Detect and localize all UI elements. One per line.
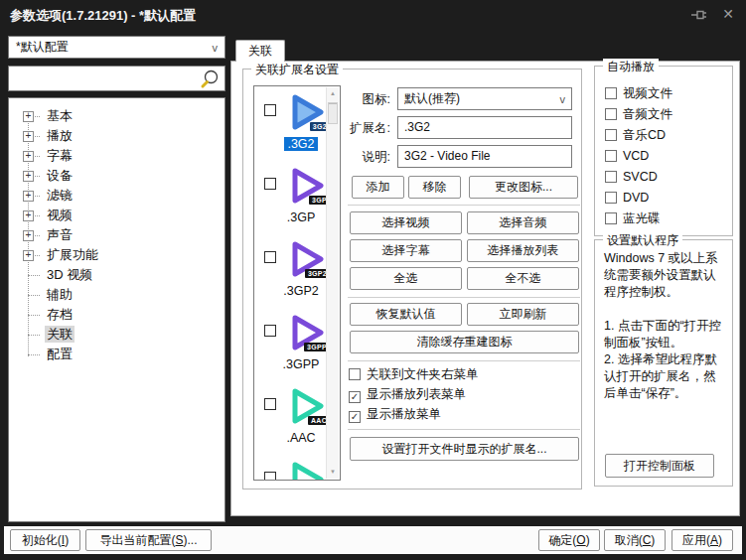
tree-item-config[interactable]: 配置 [9,345,224,364]
extension-item-3gp2[interactable]: 3GP2 .3GP2 [254,237,326,311]
default-program-group: 设置默认程序 Windows 7 或以上系统需要额外设置默认程序控制权。 1. … [594,239,733,487]
ok-button[interactable]: 确定(O) [538,529,600,551]
checkbox[interactable] [605,212,617,224]
checkbox[interactable]: ✓ [349,391,361,403]
tree-item-association[interactable]: 关联 [9,325,224,345]
tree-item-video[interactable]: +视频 [9,206,224,225]
cancel-button[interactable]: 取消(C) [604,529,666,551]
group-title: 关联扩展名设置 [251,62,343,78]
restore-default-button[interactable]: 恢复默认值 [350,303,462,326]
autoplay-vcd-checkbox[interactable]: VCD [605,149,649,165]
select-subtitle-button[interactable]: 选择字幕 [350,239,462,262]
description-input[interactable]: 3G2 - Video File [397,145,572,168]
expand-icon[interactable]: + [23,250,34,261]
play-file-icon: AAC [284,384,328,428]
autoplay-svcd-checkbox[interactable]: SVCD [605,170,658,186]
footer-bar: 初始化(I) 导出当前配置(S)... 确定(O) 取消(C) 应用(A) [4,526,742,554]
tree-item-storage[interactable]: 存档 [9,305,224,325]
tree-item-device[interactable]: +设备 [9,166,224,186]
extension-item-partial[interactable] [254,458,326,481]
apply-button[interactable]: 应用(A) [671,529,733,551]
extension-checkbox[interactable] [264,398,276,410]
select-video-button[interactable]: 选择视频 [350,211,462,234]
list-scrollbar[interactable]: ▲ ▼ [326,87,339,479]
checkbox[interactable] [605,150,617,162]
checkbox[interactable] [349,368,361,380]
expand-icon[interactable]: + [23,191,34,202]
autoplay-video-checkbox[interactable]: 视频文件 [605,86,672,102]
autoplay-musiccd-checkbox[interactable]: 音乐CD [605,128,666,144]
tree-item-subtitles[interactable]: +字幕 [9,146,224,166]
icon-select[interactable]: 默认(推荐) v [397,87,572,110]
extname-input[interactable]: .3G2 [397,116,572,139]
scroll-down-icon[interactable]: ▼ [327,466,339,479]
expand-icon[interactable]: + [23,171,34,182]
window-title: 参数选项(1.7.21291) - *默认配置 [10,7,196,25]
show-play-menu-checkbox[interactable]: ✓显示播放菜单 [349,407,441,423]
expand-icon[interactable]: + [23,151,34,162]
tree-item-3d-video[interactable]: 3D 视频 [9,265,224,285]
autoplay-audio-checkbox[interactable]: 音频文件 [605,107,672,123]
tree-item-filters[interactable]: +滤镜 [9,186,224,206]
play-file-icon: 3GP2 [284,237,328,281]
extension-checkbox[interactable] [264,104,276,116]
tree-item-audio[interactable]: +声音 [9,225,224,245]
autoplay-dvd-checkbox[interactable]: DVD [605,191,649,207]
checkbox[interactable]: ✓ [349,411,361,423]
initialize-button[interactable]: 初始化(I) [10,529,80,551]
tree-item-basic[interactable]: +基本 [9,106,224,126]
show-playlist-menu-checkbox[interactable]: ✓显示播放列表菜单 [349,387,466,403]
checkbox[interactable] [605,171,617,183]
extension-label: .3GP [276,210,326,224]
profile-select[interactable]: *默认配置 v [8,36,225,59]
divider [348,205,580,206]
select-all-button[interactable]: 全选 [350,267,462,290]
tab-association[interactable]: 关联 [235,40,285,62]
pin-icon[interactable] [690,8,708,22]
checkbox[interactable] [605,129,617,141]
expand-icon[interactable]: + [23,230,34,241]
open-control-panel-button[interactable]: 打开控制面板 [605,454,714,478]
association-panel: 关联扩展名设置 3G2 .3G2 3GP . [230,61,740,516]
select-audio-button[interactable]: 选择音频 [467,211,579,234]
change-icon-button[interactable]: 更改图标... [469,176,578,199]
checkbox[interactable] [605,192,617,204]
autoplay-bluray-checkbox[interactable]: 蓝光碟 [605,211,661,227]
set-open-extensions-button[interactable]: 设置打开文件时显示的扩展名... [350,437,579,461]
extension-checkbox[interactable] [264,178,276,190]
export-config-button[interactable]: 导出当前配置(S)... [85,529,212,551]
refresh-now-button[interactable]: 立即刷新 [467,303,579,326]
extension-checkbox[interactable] [264,472,276,481]
checkbox[interactable] [605,108,617,120]
extension-settings-group: 关联扩展名设置 3G2 .3G2 3GP . [242,69,582,490]
divider [348,429,580,430]
expand-icon[interactable]: + [23,131,34,142]
extension-list: 3G2 .3G2 3GP .3GP 3GP2 [253,85,341,481]
tree-item-playback[interactable]: +播放 [9,126,224,146]
extension-item-3gp[interactable]: 3GP .3GP [254,164,326,237]
close-icon[interactable]: ✕ [722,6,734,22]
expand-icon[interactable]: + [23,111,34,122]
tree-item-misc[interactable]: 辅助 [9,285,224,305]
search-icon[interactable] [199,70,221,89]
extension-label: .3GP2 [276,284,326,298]
chevron-down-icon: v [213,38,219,59]
extension-checkbox[interactable] [264,325,276,337]
title-bar: 参数选项(1.7.21291) - *默认配置 ✕ [0,0,746,30]
extension-item-aac[interactable]: AAC .AAC [254,384,326,458]
folder-context-menu-checkbox[interactable]: 关联到文件夹右菜单 [349,367,479,383]
search-input[interactable] [11,69,199,90]
tree-item-extensions[interactable]: +扩展功能 [9,245,224,265]
divider [348,360,580,361]
help-paragraph: Windows 7 或以上系统需要额外设置默认程序控制权。 [604,250,726,301]
remove-button[interactable]: 移除 [408,176,461,199]
expand-icon[interactable]: + [23,210,34,221]
clear-icon-cache-button[interactable]: 清除缓存重建图标 [350,331,579,353]
extension-item-3gpp[interactable]: 3GPP .3GPP [254,311,326,384]
add-button[interactable]: 添加 [352,176,404,199]
checkbox[interactable] [605,87,617,99]
extension-checkbox[interactable] [264,251,276,263]
select-none-button[interactable]: 全不选 [467,267,579,290]
play-file-icon [284,458,328,481]
select-playlist-button[interactable]: 选择播放列表 [467,239,579,262]
